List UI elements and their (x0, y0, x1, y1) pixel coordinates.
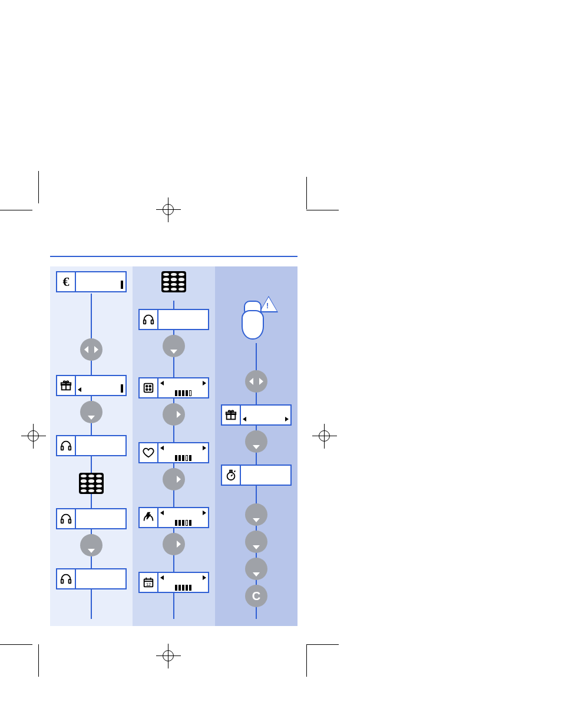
svg-text:12: 12 (146, 582, 151, 587)
svg-point-24 (227, 472, 235, 480)
svg-rect-6 (69, 519, 71, 523)
cancel-key[interactable]: C (245, 585, 267, 607)
stopwatch-icon (222, 466, 240, 485)
softkey-button[interactable] (245, 558, 267, 580)
headset-icon (57, 509, 75, 528)
euro-icon: € (57, 272, 75, 291)
softkey-button[interactable] (245, 430, 267, 453)
heart-icon (140, 443, 157, 462)
svg-point-12 (146, 386, 148, 387)
page: € 12 C (0, 0, 562, 728)
softkey-button[interactable] (80, 401, 103, 423)
chevron-right-icon (259, 378, 263, 385)
chevron-left-icon (84, 346, 88, 353)
menu-screen (56, 375, 127, 396)
menu-screen-body (76, 272, 125, 291)
crop-mark (306, 177, 307, 209)
mascot-warning-icon (236, 297, 277, 344)
softkey-button[interactable] (245, 370, 267, 393)
registration-mark (156, 644, 181, 668)
flow-column-2: 12 (133, 266, 215, 626)
svg-line-25 (231, 475, 233, 476)
softkey-button[interactable] (80, 534, 103, 556)
svg-rect-26 (230, 470, 232, 472)
crop-mark (306, 644, 307, 677)
calendar-icon: 12 (140, 573, 157, 592)
svg-point-13 (149, 386, 151, 387)
registration-mark (312, 424, 337, 449)
menu-screen: 12 (138, 572, 209, 593)
menu-screen-body (158, 508, 208, 527)
chevron-right-icon (177, 411, 181, 418)
menu-screen: € (56, 271, 127, 292)
dice-icon (140, 378, 157, 397)
softkey-button[interactable] (245, 503, 267, 526)
flash-headset-icon (140, 508, 157, 527)
svg-point-14 (146, 388, 148, 390)
menu-screen (138, 309, 209, 330)
crop-mark (38, 171, 39, 203)
chevron-right-icon (94, 346, 98, 353)
menu-screen (221, 465, 292, 486)
menu-screen (56, 435, 127, 456)
section-divider (50, 256, 297, 257)
chevron-down-icon (253, 545, 260, 549)
svg-rect-3 (61, 446, 64, 450)
menu-screen-body (158, 573, 208, 592)
svg-rect-9 (144, 320, 146, 324)
crop-mark (38, 644, 39, 677)
svg-rect-10 (151, 320, 154, 324)
flow-column-3: C (215, 266, 297, 626)
crop-mark (0, 644, 32, 645)
registration-mark (156, 197, 181, 222)
softkey-button[interactable] (80, 338, 103, 361)
menu-screen-body (76, 436, 125, 455)
menu-screen-body (158, 443, 208, 462)
chevron-left-icon (249, 378, 253, 385)
softkey-button[interactable] (245, 531, 267, 553)
softkey-button[interactable] (163, 403, 185, 426)
crop-mark (0, 210, 32, 210)
svg-line-27 (234, 471, 236, 472)
menu-screen-body (158, 310, 208, 329)
svg-rect-4 (69, 446, 71, 450)
chevron-down-icon (253, 445, 260, 449)
headset-icon (57, 569, 75, 588)
menu-screen (56, 508, 127, 529)
chevron-down-icon (170, 350, 177, 354)
softkey-button[interactable] (163, 468, 185, 490)
headset-icon (57, 436, 75, 455)
svg-rect-5 (61, 519, 64, 523)
menu-screen (56, 568, 127, 589)
svg-rect-11 (144, 384, 153, 393)
menu-screen-body (241, 406, 290, 424)
crop-mark (306, 644, 339, 645)
menu-screen (221, 404, 292, 426)
gift-icon (57, 376, 75, 395)
svg-point-15 (149, 388, 151, 390)
chevron-right-icon (177, 476, 181, 483)
menu-screen-body (76, 569, 125, 588)
chevron-right-icon (177, 541, 181, 548)
menu-screen (138, 507, 209, 528)
headset-icon (140, 310, 157, 329)
chevron-down-icon (88, 549, 95, 553)
menu-screen (138, 377, 209, 398)
softkey-button[interactable] (163, 533, 185, 555)
chevron-down-icon (88, 416, 95, 420)
flow-column-1: € (50, 266, 133, 626)
svg-rect-7 (61, 579, 64, 583)
menu-screen (138, 442, 209, 463)
chevron-down-icon (253, 572, 260, 577)
menu-screen-body (241, 466, 290, 485)
gift-icon (222, 406, 240, 424)
menu-screen-body (76, 509, 125, 528)
registration-mark (21, 424, 46, 449)
softkey-button[interactable] (163, 335, 185, 357)
keypad-icon (161, 271, 186, 292)
svg-rect-8 (69, 579, 71, 583)
menu-screen-body (76, 376, 125, 395)
keypad-icon (79, 473, 104, 494)
chevron-down-icon (253, 518, 260, 522)
crop-mark (306, 210, 339, 210)
